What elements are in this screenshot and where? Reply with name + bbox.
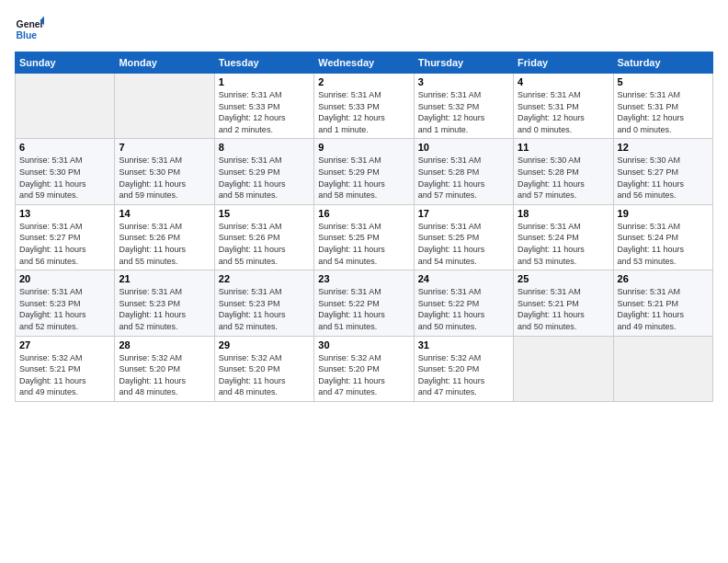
day-info: Sunrise: 5:32 AM Sunset: 5:21 PM Dayligh… [19, 352, 110, 398]
calendar-cell: 29Sunrise: 5:32 AM Sunset: 5:20 PM Dayli… [214, 336, 313, 401]
day-info: Sunrise: 5:31 AM Sunset: 5:25 PM Dayligh… [318, 221, 409, 267]
day-info: Sunrise: 5:31 AM Sunset: 5:26 PM Dayligh… [119, 221, 210, 267]
calendar-cell: 30Sunrise: 5:32 AM Sunset: 5:20 PM Dayli… [314, 336, 414, 401]
day-number: 3 [418, 76, 509, 87]
day-number: 30 [318, 339, 409, 350]
day-number: 27 [19, 339, 110, 350]
calendar-cell: 24Sunrise: 5:31 AM Sunset: 5:22 PM Dayli… [414, 270, 513, 336]
day-number: 22 [219, 273, 310, 284]
calendar-cell: 23Sunrise: 5:31 AM Sunset: 5:22 PM Dayli… [314, 270, 414, 336]
day-number: 5 [618, 76, 709, 87]
calendar-cell: 6Sunrise: 5:31 AM Sunset: 5:30 PM Daylig… [16, 139, 115, 204]
day-info: Sunrise: 5:31 AM Sunset: 5:25 PM Dayligh… [418, 221, 509, 267]
day-number: 21 [119, 273, 210, 284]
day-number: 17 [418, 208, 509, 219]
day-info: Sunrise: 5:30 AM Sunset: 5:28 PM Dayligh… [518, 155, 609, 201]
day-info: Sunrise: 5:31 AM Sunset: 5:29 PM Dayligh… [219, 155, 310, 201]
day-number: 13 [19, 208, 110, 219]
day-info: Sunrise: 5:31 AM Sunset: 5:24 PM Dayligh… [518, 221, 609, 267]
calendar-cell: 10Sunrise: 5:31 AM Sunset: 5:28 PM Dayli… [414, 139, 513, 204]
day-info: Sunrise: 5:31 AM Sunset: 5:22 PM Dayligh… [418, 286, 509, 332]
calendar-cell: 5Sunrise: 5:31 AM Sunset: 5:31 PM Daylig… [613, 74, 712, 139]
day-info: Sunrise: 5:31 AM Sunset: 5:22 PM Dayligh… [318, 286, 409, 332]
week-row-2: 6Sunrise: 5:31 AM Sunset: 5:30 PM Daylig… [16, 139, 713, 204]
weekday-header-thursday: Thursday [414, 52, 513, 74]
day-info: Sunrise: 5:31 AM Sunset: 5:21 PM Dayligh… [518, 286, 609, 332]
weekday-header-monday: Monday [115, 52, 214, 74]
calendar-cell: 28Sunrise: 5:32 AM Sunset: 5:20 PM Dayli… [115, 336, 214, 401]
day-number: 11 [518, 142, 609, 153]
calendar-cell: 3Sunrise: 5:31 AM Sunset: 5:32 PM Daylig… [414, 74, 513, 139]
svg-text:Blue: Blue [17, 30, 38, 40]
logo-icon: General Blue [15, 15, 44, 44]
day-info: Sunrise: 5:31 AM Sunset: 5:28 PM Dayligh… [418, 155, 509, 201]
day-number: 14 [119, 208, 210, 219]
day-info: Sunrise: 5:32 AM Sunset: 5:20 PM Dayligh… [418, 352, 509, 398]
calendar-cell: 20Sunrise: 5:31 AM Sunset: 5:23 PM Dayli… [16, 270, 115, 336]
day-number: 24 [418, 273, 509, 284]
day-info: Sunrise: 5:31 AM Sunset: 5:26 PM Dayligh… [219, 221, 310, 267]
header: General Blue [15, 15, 713, 44]
calendar-cell: 8Sunrise: 5:31 AM Sunset: 5:29 PM Daylig… [214, 139, 313, 204]
week-row-4: 20Sunrise: 5:31 AM Sunset: 5:23 PM Dayli… [16, 270, 713, 336]
calendar-cell: 15Sunrise: 5:31 AM Sunset: 5:26 PM Dayli… [214, 204, 313, 270]
day-info: Sunrise: 5:32 AM Sunset: 5:20 PM Dayligh… [318, 352, 409, 398]
weekday-header-saturday: Saturday [613, 52, 712, 74]
day-info: Sunrise: 5:31 AM Sunset: 5:33 PM Dayligh… [219, 89, 310, 135]
calendar-cell: 18Sunrise: 5:31 AM Sunset: 5:24 PM Dayli… [514, 204, 613, 270]
day-number: 26 [618, 273, 709, 284]
calendar-cell [115, 74, 214, 139]
calendar-cell: 11Sunrise: 5:30 AM Sunset: 5:28 PM Dayli… [514, 139, 613, 204]
day-info: Sunrise: 5:31 AM Sunset: 5:21 PM Dayligh… [618, 286, 709, 332]
day-info: Sunrise: 5:32 AM Sunset: 5:20 PM Dayligh… [219, 352, 310, 398]
day-number: 2 [318, 76, 409, 87]
day-number: 20 [19, 273, 110, 284]
svg-text:General: General [17, 19, 44, 29]
weekday-header-row: SundayMondayTuesdayWednesdayThursdayFrid… [16, 52, 713, 74]
day-info: Sunrise: 5:31 AM Sunset: 5:23 PM Dayligh… [219, 286, 310, 332]
logo: General Blue [15, 15, 44, 44]
day-number: 12 [618, 142, 709, 153]
week-row-5: 27Sunrise: 5:32 AM Sunset: 5:21 PM Dayli… [16, 336, 713, 401]
calendar-cell [16, 74, 115, 139]
day-info: Sunrise: 5:32 AM Sunset: 5:20 PM Dayligh… [119, 352, 210, 398]
calendar-cell: 27Sunrise: 5:32 AM Sunset: 5:21 PM Dayli… [16, 336, 115, 401]
day-info: Sunrise: 5:31 AM Sunset: 5:31 PM Dayligh… [518, 89, 609, 135]
day-info: Sunrise: 5:31 AM Sunset: 5:33 PM Dayligh… [318, 89, 409, 135]
day-info: Sunrise: 5:31 AM Sunset: 5:30 PM Dayligh… [119, 155, 210, 201]
day-number: 15 [219, 208, 310, 219]
day-number: 23 [318, 273, 409, 284]
week-row-3: 13Sunrise: 5:31 AM Sunset: 5:27 PM Dayli… [16, 204, 713, 270]
day-number: 29 [219, 339, 310, 350]
day-number: 4 [518, 76, 609, 87]
day-info: Sunrise: 5:31 AM Sunset: 5:23 PM Dayligh… [119, 286, 210, 332]
day-number: 9 [318, 142, 409, 153]
weekday-header-tuesday: Tuesday [214, 52, 313, 74]
day-number: 16 [318, 208, 409, 219]
day-info: Sunrise: 5:31 AM Sunset: 5:27 PM Dayligh… [19, 221, 110, 267]
day-info: Sunrise: 5:31 AM Sunset: 5:31 PM Dayligh… [618, 89, 709, 135]
day-number: 8 [219, 142, 310, 153]
day-number: 10 [418, 142, 509, 153]
day-info: Sunrise: 5:31 AM Sunset: 5:30 PM Dayligh… [19, 155, 110, 201]
calendar-cell: 19Sunrise: 5:31 AM Sunset: 5:24 PM Dayli… [613, 204, 712, 270]
day-number: 31 [418, 339, 509, 350]
calendar-cell: 14Sunrise: 5:31 AM Sunset: 5:26 PM Dayli… [115, 204, 214, 270]
day-number: 7 [119, 142, 210, 153]
calendar-cell: 12Sunrise: 5:30 AM Sunset: 5:27 PM Dayli… [613, 139, 712, 204]
calendar-table: SundayMondayTuesdayWednesdayThursdayFrid… [15, 52, 713, 402]
calendar-cell: 13Sunrise: 5:31 AM Sunset: 5:27 PM Dayli… [16, 204, 115, 270]
calendar-cell: 22Sunrise: 5:31 AM Sunset: 5:23 PM Dayli… [214, 270, 313, 336]
day-number: 19 [618, 208, 709, 219]
day-info: Sunrise: 5:31 AM Sunset: 5:29 PM Dayligh… [318, 155, 409, 201]
calendar-cell: 16Sunrise: 5:31 AM Sunset: 5:25 PM Dayli… [314, 204, 414, 270]
calendar-cell: 1Sunrise: 5:31 AM Sunset: 5:33 PM Daylig… [214, 74, 313, 139]
calendar-cell: 21Sunrise: 5:31 AM Sunset: 5:23 PM Dayli… [115, 270, 214, 336]
calendar-cell: 31Sunrise: 5:32 AM Sunset: 5:20 PM Dayli… [414, 336, 513, 401]
calendar-cell: 26Sunrise: 5:31 AM Sunset: 5:21 PM Dayli… [613, 270, 712, 336]
calendar-cell: 7Sunrise: 5:31 AM Sunset: 5:30 PM Daylig… [115, 139, 214, 204]
calendar-cell: 4Sunrise: 5:31 AM Sunset: 5:31 PM Daylig… [514, 74, 613, 139]
day-number: 6 [19, 142, 110, 153]
week-row-1: 1Sunrise: 5:31 AM Sunset: 5:33 PM Daylig… [16, 74, 713, 139]
calendar-cell: 17Sunrise: 5:31 AM Sunset: 5:25 PM Dayli… [414, 204, 513, 270]
